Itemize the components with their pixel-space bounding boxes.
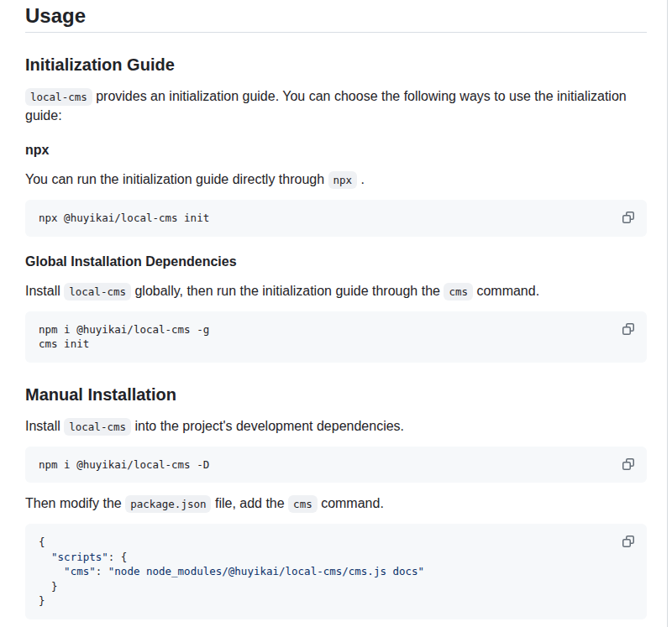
code-json: { "scripts": { "cms": "node node_modules…: [39, 536, 424, 607]
heading-manual-installation: Manual Installation: [25, 384, 647, 405]
copy-button[interactable]: [617, 453, 639, 475]
code-string: "node node_modules/@huyikai/local-cms/cm…: [108, 565, 424, 577]
code-text: npm i @huyikai/local-cms -g cms init: [39, 322, 633, 352]
copy-button[interactable]: [617, 318, 639, 340]
code-block-package-json: { "scripts": { "cms": "node node_modules…: [25, 524, 647, 619]
copy-icon: [622, 211, 635, 224]
paragraph-text: Install: [25, 419, 64, 433]
paragraph-text: file, add the: [211, 496, 288, 510]
code-block-global-install: npm i @huyikai/local-cms -g cms init: [25, 311, 647, 363]
paragraph-text: Install: [25, 284, 64, 298]
inline-code-local-cms: local-cms: [64, 418, 131, 436]
page-edge-divider: [667, 0, 668, 627]
inline-code-local-cms: local-cms: [64, 283, 131, 300]
copy-icon: [622, 457, 635, 471]
paragraph-intro: local-cms provides an initialization gui…: [25, 86, 647, 125]
code-punct: :: [96, 565, 108, 577]
inline-code-package-json: package.json: [125, 495, 211, 513]
code-line: }: [39, 594, 45, 607]
inline-code-cms: cms: [288, 495, 318, 513]
heading-usage: Usage: [25, 5, 647, 33]
inline-code-npx: npx: [328, 171, 358, 189]
code-line: npx @huyikai/local-cms init: [39, 212, 209, 224]
code-block-manual-install: npm i @huyikai/local-cms -D: [25, 447, 647, 483]
heading-initialization-guide: Initialization Guide: [25, 55, 647, 76]
code-line: }: [39, 580, 58, 593]
copy-button[interactable]: [617, 530, 639, 552]
code-punct: : {: [108, 551, 128, 563]
paragraph-text: .: [357, 172, 365, 186]
paragraph-npx-usage: You can run the initialization guide dir…: [25, 170, 647, 189]
paragraph-text: You can run the initialization guide dir…: [25, 172, 328, 186]
code-text: npx @huyikai/local-cms init: [39, 211, 633, 226]
code-indent: [39, 551, 51, 563]
code-indent: [39, 565, 64, 577]
copy-button[interactable]: [617, 206, 639, 228]
paragraph-global-install: Install local-cms globally, then run the…: [25, 281, 647, 300]
code-line: npm i @huyikai/local-cms -g cms init: [39, 323, 209, 351]
paragraph-text: Then modify the: [25, 496, 125, 510]
paragraph-modify-package: Then modify the package.json file, add t…: [25, 494, 647, 513]
code-line: npm i @huyikai/local-cms -D: [39, 458, 209, 471]
code-block-npx-init: npx @huyikai/local-cms init: [25, 200, 647, 237]
inline-code-local-cms: local-cms: [25, 88, 92, 106]
paragraph-text: into the project's development dependenc…: [131, 419, 404, 433]
inline-code-cms: cms: [444, 283, 473, 300]
copy-icon: [622, 535, 635, 548]
readme-content: Usage Initialization Guide local-cms pro…: [25, 5, 647, 627]
code-line: {: [39, 536, 45, 548]
heading-global-installation: Global Installation Dependencies: [25, 253, 647, 270]
paragraph-text: command.: [318, 496, 384, 510]
paragraph-manual-install: Install local-cms into the project's dev…: [25, 416, 647, 436]
code-text: { "scripts": { "cms": "node node_modules…: [39, 535, 633, 609]
paragraph-text: globally, then run the initialization gu…: [131, 284, 444, 298]
code-string: "scripts": [51, 551, 108, 563]
code-string: "cms": [64, 565, 96, 577]
code-text: npm i @huyikai/local-cms -D: [39, 457, 633, 473]
paragraph-text: command.: [473, 284, 539, 298]
copy-icon: [622, 322, 635, 336]
heading-npx: npx: [25, 142, 647, 159]
paragraph-text: provides an initialization guide. You ca…: [25, 89, 627, 123]
